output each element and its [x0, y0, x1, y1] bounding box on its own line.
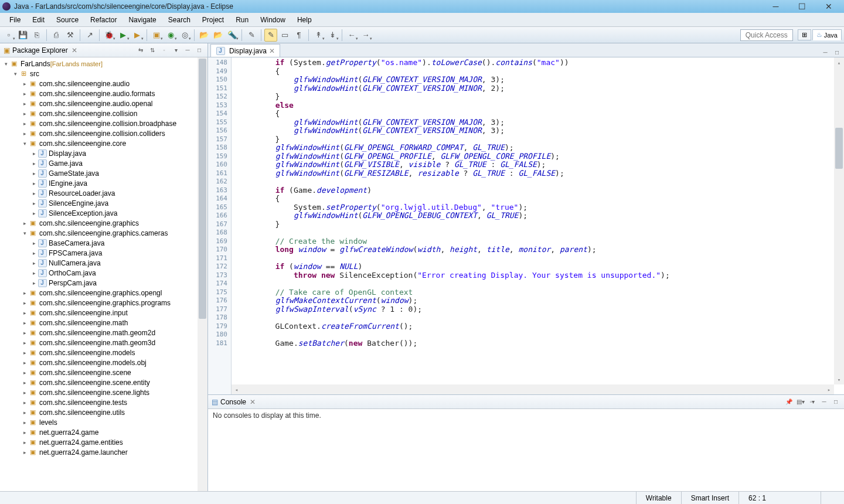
package-node[interactable]: ▸com.shc.silenceengine.math [2, 318, 207, 328]
package-node[interactable]: ▸com.shc.silenceengine.scene.entity [2, 377, 207, 387]
new-class-button[interactable]: ◉ [164, 29, 177, 42]
menu-project[interactable]: Project [196, 14, 230, 26]
open-perspective-button[interactable]: ⊞ [798, 29, 811, 40]
package-node[interactable]: ▸com.shc.silenceengine.tests [2, 397, 207, 407]
menu-search[interactable]: Search [162, 14, 196, 26]
save-all-button[interactable]: ⎘ [30, 29, 43, 42]
package-node[interactable]: ▸com.shc.silenceengine.models [2, 348, 207, 357]
package-node[interactable]: ▸com.shc.silenceengine.scene [2, 367, 207, 377]
package-node[interactable]: ▸com.shc.silenceengine.audio.openal [2, 98, 207, 108]
editor-vertical-scrollbar[interactable]: ▴ ▾ [834, 57, 844, 384]
debug-button[interactable]: 🐞 [103, 29, 115, 42]
editor-tab-display[interactable]: Display.java ✕ [210, 44, 280, 57]
run-button[interactable]: ▶ [117, 29, 130, 42]
toggle-mark-button[interactable]: ✎ [264, 29, 277, 42]
package-node[interactable]: ▸com.shc.silenceengine.collision [2, 108, 207, 118]
menu-navigate[interactable]: Navigate [122, 14, 162, 26]
menu-source[interactable]: Source [50, 14, 84, 26]
package-graphics[interactable]: ▸com.shc.silenceengine.graphics [2, 218, 207, 228]
link-button[interactable]: ↗ [83, 29, 96, 42]
minimize-button[interactable]: ─ [763, 0, 789, 13]
annotation-next-button[interactable]: ↡ [326, 29, 339, 42]
package-node[interactable]: ▸com.shc.silenceengine.input [2, 308, 207, 318]
src-folder[interactable]: ▾src [2, 69, 207, 79]
build-button[interactable]: ⚒ [64, 29, 77, 42]
wand-button[interactable]: ✎ [245, 29, 258, 42]
save-button[interactable]: 💾 [16, 29, 29, 42]
filter-button[interactable]: ◦ [159, 46, 169, 55]
maximize-view-button[interactable]: □ [195, 46, 204, 55]
code-editor[interactable]: 1481491501511521531541551561571581591601… [208, 57, 844, 394]
java-file[interactable]: ▸FPSCamera.java [2, 248, 207, 258]
maximize-editor-button[interactable]: □ [832, 47, 842, 57]
package-node[interactable]: ▸com.shc.silenceengine.collision.broadph… [2, 118, 207, 128]
print-button[interactable]: ⎙ [50, 29, 63, 42]
java-file[interactable]: ▸OrthoCam.java [2, 268, 207, 278]
tree-scrollbar[interactable] [198, 57, 207, 491]
minimize-view-button[interactable]: ─ [183, 46, 192, 55]
java-file[interactable]: ▸IEngine.java [2, 178, 207, 188]
project-node[interactable]: ▾FarLands [FarLands master] [2, 59, 207, 69]
link-editor-button[interactable]: ⇅ [148, 46, 157, 55]
search-button[interactable]: 🔦 [226, 29, 239, 42]
view-menu-button[interactable]: ▾ [171, 46, 181, 55]
package-node[interactable]: ▸com.shc.silenceengine.collision.collide… [2, 128, 207, 138]
maximize-button[interactable]: ☐ [789, 0, 815, 13]
java-file[interactable]: ▸SilenceEngine.java [2, 198, 207, 208]
package-node[interactable]: ▸net.guerra24.game [2, 427, 207, 437]
java-file[interactable]: ▸NullCamera.java [2, 258, 207, 268]
menu-help[interactable]: Help [291, 14, 318, 26]
toggle-block-button[interactable]: ▭ [278, 29, 291, 42]
package-node[interactable]: ▸com.shc.silenceengine.math.geom2d [2, 328, 207, 338]
run-last-button[interactable]: ▶ [131, 29, 144, 42]
display-console-button[interactable]: ▤▾ [796, 397, 805, 407]
java-file[interactable]: ▸Game.java [2, 158, 207, 168]
menu-refactor[interactable]: Refactor [84, 14, 122, 26]
minimize-console-button[interactable]: ─ [819, 397, 829, 407]
annotation-prev-button[interactable]: ↟ [312, 29, 325, 42]
menu-window[interactable]: Window [254, 14, 291, 26]
package-node[interactable]: ▸com.shc.silenceengine.audio [2, 79, 207, 88]
close-button[interactable]: ✕ [815, 0, 842, 13]
package-cameras[interactable]: ▾com.shc.silenceengine.graphics.cameras [2, 228, 207, 238]
minimize-editor-button[interactable]: ─ [821, 47, 830, 57]
show-whitespace-button[interactable]: ¶ [292, 29, 305, 42]
package-node[interactable]: ▸com.shc.silenceengine.graphics.programs [2, 298, 207, 308]
back-button[interactable]: ← [345, 29, 358, 42]
package-node[interactable]: ▸com.shc.silenceengine.utils [2, 407, 207, 417]
java-file[interactable]: ▸BaseCamera.java [2, 238, 207, 248]
collapse-all-button[interactable]: ⇆ [136, 46, 145, 55]
package-node[interactable]: ▸net.guerra24.game.launcher [2, 447, 207, 457]
new-button[interactable]: ▫ [2, 29, 15, 42]
package-node[interactable]: ▸com.shc.silenceengine.graphics.opengl [2, 288, 207, 298]
code-content[interactable]: if (System.getProperty("os.name").toLowe… [232, 57, 844, 394]
java-file[interactable]: ▸GameState.java [2, 168, 207, 178]
package-node[interactable]: ▸net.guerra24.game.entities [2, 437, 207, 447]
java-file[interactable]: ▸Display.java [2, 148, 207, 158]
package-node[interactable]: ▸com.shc.silenceengine.models.obj [2, 357, 207, 367]
package-node[interactable]: ▸com.shc.silenceengine.math.geom3d [2, 338, 207, 348]
open-type-button[interactable]: 📂 [198, 29, 210, 42]
menu-run[interactable]: Run [230, 14, 254, 26]
new-package-button[interactable]: ▣ [150, 29, 163, 42]
forward-button[interactable]: → [359, 29, 372, 42]
java-file[interactable]: ▸SilenceException.java [2, 208, 207, 218]
package-node[interactable]: ▸levels [2, 417, 207, 427]
java-perspective-button[interactable]: ♨Java [812, 29, 842, 40]
java-file[interactable]: ▸PerspCam.java [2, 278, 207, 288]
pin-console-button[interactable]: 📌 [784, 397, 794, 407]
close-tab-icon[interactable]: ✕ [269, 47, 275, 55]
package-node[interactable]: ▸com.shc.silenceengine.audio.formats [2, 88, 207, 98]
new-type-button[interactable]: ◎ [178, 29, 191, 42]
package-tree[interactable]: ▾FarLands [FarLands master]▾src▸com.shc.… [0, 57, 207, 491]
close-console-icon[interactable]: ✕ [250, 398, 256, 406]
open-console-button[interactable]: ▫▾ [808, 397, 817, 407]
editor-horizontal-scrollbar[interactable]: ◂ ▸ [232, 384, 834, 394]
menu-file[interactable]: File [4, 14, 26, 26]
menu-edit[interactable]: Edit [26, 14, 50, 26]
maximize-console-button[interactable]: □ [831, 397, 840, 407]
quick-access-input[interactable] [740, 29, 793, 41]
close-view-icon[interactable]: ✕ [72, 46, 77, 55]
package-node[interactable]: ▸com.shc.silenceengine.scene.lights [2, 387, 207, 397]
open-task-button[interactable]: 📂 [212, 29, 224, 42]
